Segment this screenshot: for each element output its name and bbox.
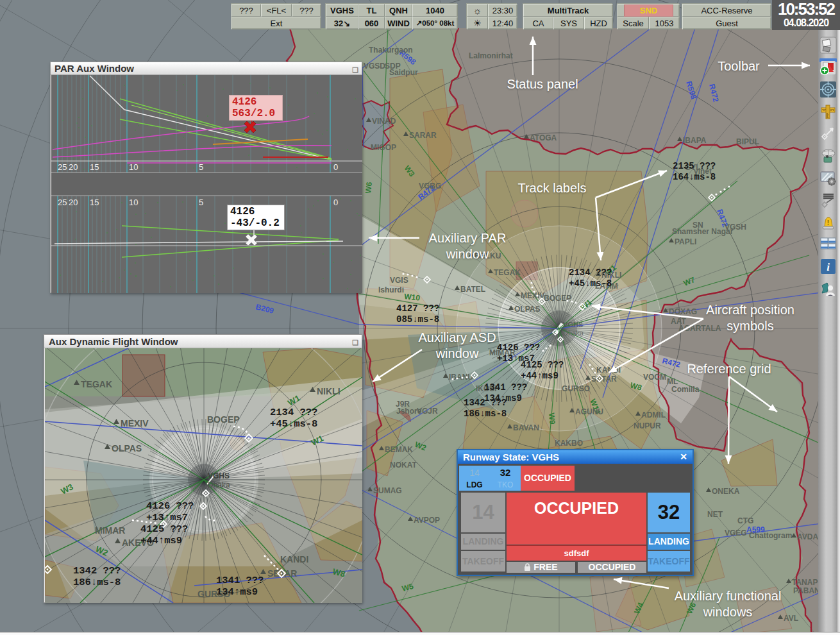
svg-text:SUMAG: SUMAG [373,486,402,495]
svg-text:BOGEP: BOGEP [207,414,240,425]
svg-text:15: 15 [90,198,99,207]
svg-text:1342 ???: 1342 ??? [464,398,507,408]
svg-text:4125 ???: 4125 ??? [140,523,188,535]
svg-text:VGHS: VGHS [208,471,230,480]
svg-text:Lalmonirhat: Lalmonirhat [469,51,513,60]
svg-text:5: 5 [199,198,203,207]
svg-text:20: 20 [69,198,78,207]
svg-text:186↓ms-8: 186↓ms-8 [73,577,121,588]
svg-text:10: 10 [129,198,138,207]
svg-text:085↓ms-8: 085↓ms-8 [396,314,439,325]
svg-text:10: 10 [129,162,138,172]
svg-text:1341 ???: 1341 ??? [484,382,527,393]
svg-text:0: 0 [333,198,338,207]
svg-text:KAKBO: KAKBO [555,439,583,448]
svg-text:186↓ms-8: 186↓ms-8 [464,409,507,419]
svg-text:ATOGA: ATOGA [530,133,557,142]
svg-text:15: 15 [90,162,99,172]
svg-text:SARAR: SARAR [409,131,437,140]
svg-text:W6: W6 [364,182,374,194]
svg-text:164↓ms-8: 164↓ms-8 [673,172,716,182]
svg-text:+45↓ms-8: +45↓ms-8 [569,278,612,289]
svg-text:+45↓ms-8: +45↓ms-8 [270,418,317,430]
svg-text:+13↑ms7: +13↑ms7 [146,512,188,523]
svg-text:VGEG: VGEG [725,529,747,538]
svg-text:4127 ???: 4127 ??? [396,303,439,314]
svg-text:!: ! [827,219,829,226]
svg-text:4126 ???: 4126 ??? [146,500,194,512]
svg-text:1341 ???: 1341 ??? [216,575,264,586]
svg-text:NET: NET [707,510,723,519]
svg-text:Dhaka: Dhaka [563,329,584,337]
svg-text:2134 ???: 2134 ??? [569,267,612,278]
svg-text:AVPOP: AVPOP [414,516,440,525]
svg-text:+44↑ms9: +44↑ms9 [140,535,182,546]
svg-text:VGIS: VGIS [390,276,408,285]
svg-text:0: 0 [333,162,338,172]
svg-text:VINAD: VINAD [372,117,396,126]
svg-text:BEMAK: BEMAK [385,445,413,454]
svg-text:CTG: CTG [737,516,753,525]
svg-text:IBANU: IBANU [449,373,473,382]
svg-text:+44↑ms9: +44↑ms9 [521,371,559,381]
svg-text:Saidpur: Saidpur [389,68,418,77]
svg-text:TEGAK: TEGAK [81,379,112,389]
svg-text:BAVAN: BAVAN [513,423,539,432]
svg-text:NOKAT: NOKAT [390,461,417,470]
svg-text:134↑ms9: 134↑ms9 [216,586,258,598]
svg-text:MIMAR: MIMAR [95,525,125,536]
svg-text:KANDI: KANDI [596,366,621,375]
svg-text:GURSO: GURSO [562,384,590,393]
svg-text:KANDI: KANDI [280,554,308,564]
svg-text:VGSD: VGSD [364,62,385,71]
svg-text:2135 ???: 2135 ??? [673,161,716,171]
svg-text:MIGOP: MIGOP [371,143,396,152]
svg-text:ONEKA: ONEKA [712,487,740,496]
svg-text:AGUNU: AGUNU [575,407,603,416]
svg-text:OLPAS: OLPAS [514,305,540,314]
svg-text:ADMIL: ADMIL [641,411,666,419]
svg-text:TANAP: TANAP [792,578,818,587]
svg-text:25: 25 [58,162,67,172]
svg-text:Ishurdi: Ishurdi [378,285,404,294]
svg-text:IBAPA: IBAPA [683,136,707,145]
svg-text:TEGAK: TEGAK [494,268,521,277]
svg-text:Dhaka: Dhaka [208,480,230,489]
svg-text:OLPAS: OLPAS [112,443,142,453]
svg-text:SETAR: SETAR [591,375,617,384]
svg-text:i: i [827,261,830,273]
svg-text:PAPLI: PAPLI [675,237,696,246]
svg-text:20: 20 [69,162,78,172]
svg-text:VGJR: VGJR [417,407,438,416]
svg-text:2134 ???: 2134 ??? [270,407,317,418]
svg-text:Thakurgaon: Thakurgaon [369,46,413,55]
svg-text:W9: W9 [547,412,557,425]
svg-text:NUPUR: NUPUR [634,421,661,430]
svg-text:VGSH: VGSH [725,223,746,232]
svg-text:BATEL: BATEL [460,285,485,294]
svg-text:VGBG: VGBG [419,182,441,190]
svg-text:W10: W10 [404,292,421,303]
svg-text:5: 5 [199,162,203,172]
svg-text:Chattogram: Chattogram [749,531,792,540]
svg-text:25: 25 [58,198,67,207]
svg-text:Comilla: Comilla [671,385,700,394]
svg-text:NIKLI: NIKLI [317,386,340,396]
svg-text:1342 ???: 1342 ??? [73,565,121,577]
svg-text:BIPUL: BIPUL [736,137,759,146]
svg-text:MEXIV: MEXIV [121,418,149,428]
